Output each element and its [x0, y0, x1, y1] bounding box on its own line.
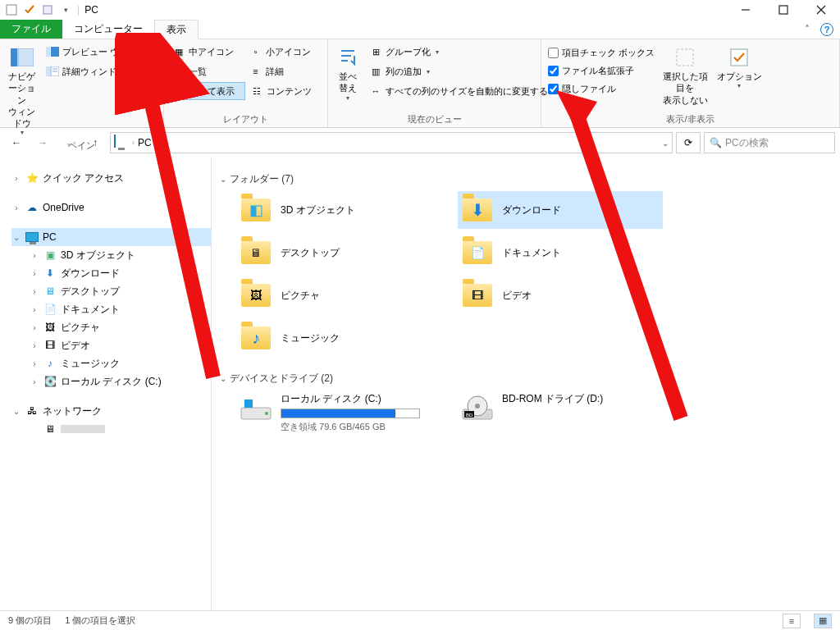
close-button[interactable]: [802, 0, 840, 20]
collapse-ribbon-icon[interactable]: ˄: [797, 20, 817, 39]
status-item-count: 9 個の項目: [8, 614, 52, 627]
svg-rect-9: [51, 47, 59, 57]
svg-point-21: [265, 412, 268, 415]
group-by-icon: ⊞: [369, 45, 382, 58]
up-button[interactable]: ↑: [84, 131, 107, 154]
folder-music[interactable]: ♪ミュージック: [236, 319, 441, 357]
recent-locations-button[interactable]: ⌄: [57, 131, 80, 154]
optical-drive-icon: BD: [461, 392, 494, 425]
content-area: ⌄フォルダー (7) ◧3D オブジェクト ⬇ダウンロード 🖥デスクトップ 📄ド…: [212, 158, 840, 610]
tree-network-computer[interactable]: 🖥: [30, 420, 211, 438]
svg-rect-20: [244, 399, 253, 408]
layout-content[interactable]: ☷コンテンツ: [249, 82, 322, 100]
desktop-icon: 🖥: [43, 284, 57, 299]
group-by-button[interactable]: ⊞グループ化▾: [368, 43, 550, 61]
sort-label: 並べ替え: [335, 71, 361, 94]
svg-line-30: [574, 107, 681, 418]
svg-rect-3: [779, 6, 788, 14]
svg-rect-10: [46, 66, 50, 76]
group-current-view-label: 現在のビュー: [335, 112, 534, 126]
tab-file[interactable]: ファイル: [0, 20, 62, 39]
file-extensions-toggle[interactable]: ファイル名拡張子: [548, 62, 655, 79]
options-button[interactable]: オプション ▾: [715, 43, 763, 91]
folder-icon: 📄: [461, 236, 494, 269]
tree-network[interactable]: ⌄🖧ネットワーク: [11, 402, 211, 420]
drives-section-header[interactable]: ⌄デバイスとドライブ (2): [220, 372, 832, 386]
video-icon: 🎞: [43, 338, 57, 353]
title-bar: ▾ | PC: [0, 0, 840, 20]
picture-icon: 🖼: [43, 320, 57, 335]
folder-pictures[interactable]: 🖼ピクチャ: [236, 276, 441, 314]
options-icon: [726, 46, 752, 69]
navigation-pane-button[interactable]: ナビゲーション ウィンドウ ▾: [7, 43, 38, 138]
drive-c-name: ローカル ディスク (C:): [281, 392, 420, 406]
search-placeholder: PCの検索: [725, 136, 769, 150]
download-icon: ⬇: [43, 266, 57, 281]
add-columns-button[interactable]: ▥列の追加▾: [368, 62, 550, 80]
svg-rect-17: [677, 49, 693, 66]
back-button[interactable]: ←: [5, 131, 28, 154]
folders-section-header[interactable]: ⌄フォルダー (7): [220, 172, 832, 186]
folder-icon: 🎞: [461, 279, 494, 312]
document-icon: 📄: [43, 302, 57, 317]
svg-rect-7: [18, 48, 34, 66]
search-box[interactable]: 🔍 PCの検索: [704, 132, 835, 153]
hdd-icon: [240, 392, 272, 425]
status-selection: 1 個の項目を選択: [65, 614, 135, 627]
navigation-pane-label: ナビゲーション ウィンドウ: [7, 71, 38, 129]
help-icon[interactable]: ?: [820, 23, 833, 36]
folder-desktop[interactable]: 🖥デスクトップ: [236, 234, 441, 272]
details-icon: ≡: [249, 65, 262, 78]
svg-marker-29: [123, 33, 160, 74]
svg-rect-1: [43, 6, 52, 14]
item-checkboxes-toggle[interactable]: 項目チェック ボックス: [548, 44, 655, 61]
folder-icon: 🖥: [240, 236, 272, 269]
navigation-pane-icon: [9, 46, 35, 69]
qat-new-icon[interactable]: [39, 2, 56, 18]
status-bar: 9 個の項目 1 個の項目を選択 ≡ ▦: [0, 610, 840, 630]
disk-icon: 💽: [43, 374, 57, 389]
preview-pane-icon: [46, 45, 59, 58]
maximize-button[interactable]: [765, 0, 802, 20]
sort-button[interactable]: 並べ替え ▾: [335, 43, 361, 103]
details-view-toggle[interactable]: ≡: [783, 614, 801, 628]
qat-dropdown-icon[interactable]: ▾: [57, 2, 74, 18]
drive-c-usage-bar: [281, 409, 420, 418]
pc-tree-icon: [25, 230, 39, 244]
folder-icon: 🖼: [240, 279, 272, 312]
svg-rect-0: [7, 5, 16, 15]
qat-properties-icon[interactable]: [3, 2, 20, 18]
qat-check-icon[interactable]: [21, 2, 38, 18]
hide-selected-icon: [672, 46, 698, 69]
sort-icon: [335, 46, 361, 69]
small-icons-icon: ▫: [249, 45, 262, 58]
search-icon: 🔍: [710, 137, 722, 148]
svg-point-24: [475, 404, 480, 409]
minimize-button[interactable]: [727, 0, 765, 20]
forward-button[interactable]: →: [31, 131, 54, 154]
folder-3d-objects[interactable]: ◧3D オブジェクト: [236, 191, 441, 229]
svg-text:BD: BD: [466, 413, 473, 418]
details-pane-icon: [46, 65, 59, 78]
network-icon: 🖧: [25, 404, 39, 418]
svg-rect-18: [731, 49, 747, 66]
annotation-arrow-2: [550, 90, 697, 435]
tiles-view-toggle[interactable]: ▦: [814, 614, 832, 628]
annotation-arrow-1: [115, 33, 230, 394]
computer-icon: 🖥: [43, 422, 57, 436]
layout-small-icons[interactable]: ▫小アイコン: [248, 43, 322, 61]
drive-c-free-space: 空き領域 79.6 GB/465 GB: [281, 421, 420, 433]
add-columns-icon: ▥: [369, 65, 382, 78]
layout-details[interactable]: ≡詳細: [248, 62, 322, 80]
star-icon: ⭐: [25, 171, 39, 185]
autosize-columns-button[interactable]: ↔すべての列のサイズを自動的に変更する: [368, 82, 550, 100]
svg-marker-31: [556, 90, 597, 133]
svg-rect-8: [46, 47, 50, 57]
drive-local-c[interactable]: ローカル ディスク (C:) 空き領域 79.6 GB/465 GB: [236, 390, 441, 431]
music-icon: ♪: [43, 356, 57, 371]
folder-icon: ◧: [240, 194, 272, 226]
folder-icon: ♪: [240, 322, 272, 354]
options-label: オプション: [717, 71, 762, 82]
content-icon: ☷: [250, 84, 263, 98]
folder-icon: ⬇: [461, 194, 494, 226]
